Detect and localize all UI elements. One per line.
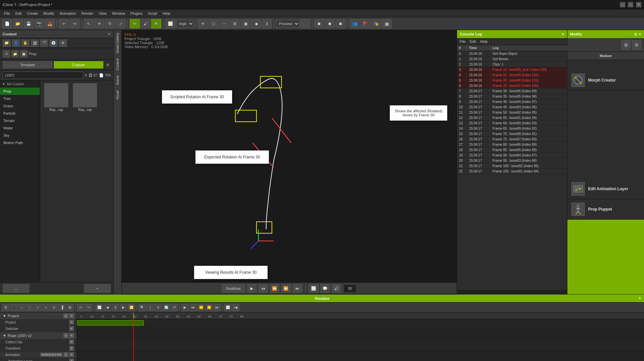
menu-item-render[interactable]: Render — [79, 11, 96, 16]
timeline-close-icon[interactable]: ✕ — [638, 296, 641, 300]
sub-close-transform[interactable]: ✕ — [69, 346, 74, 351]
scale-button[interactable]: ⤢ — [116, 19, 126, 28]
track-lock-rope[interactable]: ⊙ — [64, 333, 68, 338]
modify-close-icon[interactable]: ✕ — [638, 32, 641, 36]
play-button[interactable]: ▶ — [247, 284, 257, 293]
new-button[interactable]: 📄 — [2, 19, 12, 28]
tl-btn-10[interactable]: ↪ — [85, 304, 92, 311]
track-lock-project[interactable]: ⊙ — [64, 314, 68, 318]
grid-item-1[interactable]: Rop...rop — [72, 83, 98, 112]
console-row-13[interactable]: 13 15:04:17 Frame 60 : bone90 (Index 93) — [457, 121, 567, 126]
tl-btn-12[interactable]: ◀ — [104, 304, 111, 311]
sub-close-project[interactable]: ✕ — [69, 320, 74, 325]
menu-item-script[interactable]: Script — [145, 11, 160, 16]
template-tab[interactable]: Template — [3, 61, 53, 69]
tl-end-mark[interactable]: |◀ — [232, 304, 240, 311]
console-menu-edit[interactable]: Edit — [470, 39, 476, 43]
modify-icon-gear[interactable]: ⚙ — [632, 40, 641, 49]
track-close-rope[interactable]: ✕ — [69, 333, 74, 338]
console-row-2[interactable]: 2 15:04:16 Clips: 1 — [457, 62, 567, 67]
console-row-12[interactable]: 12 15:04:17 Frame 55 : bone91 (Index 94) — [457, 115, 567, 121]
close-button[interactable]: ✕ — [636, 2, 641, 7]
console-row-15[interactable]: 15 15:04:17 Frame 70 : bone88 (Index 91) — [457, 131, 567, 137]
tl-next[interactable]: ⏭ — [213, 304, 221, 311]
tl-rwnd[interactable]: ⏪ — [197, 304, 205, 311]
maximize-button[interactable]: □ — [628, 2, 633, 7]
next-frame-button[interactable]: ⏭ — [293, 284, 302, 293]
playback-opt2[interactable]: 💬 — [320, 284, 330, 293]
eye-button[interactable]: 👁 — [151, 19, 161, 28]
console-row-9[interactable]: 9 15:04:17 Frame 40 : bone94 (Index 97) — [457, 99, 567, 105]
rotate-button[interactable]: ↻ — [105, 19, 115, 28]
rewind-button[interactable]: ⏪ — [270, 284, 279, 293]
nav-back-button[interactable]: ↺ — [3, 50, 10, 57]
menu-item-animation[interactable]: Animation — [57, 11, 79, 16]
content-tab-image[interactable]: 🖼 — [31, 39, 39, 47]
content-tab-gear[interactable]: ⚙ — [59, 39, 67, 47]
select-button[interactable]: ↖ — [84, 19, 94, 28]
record-btn1[interactable]: ⏺ — [314, 19, 324, 28]
menu-item-create[interactable]: Create — [24, 11, 41, 16]
menu-item-view[interactable]: View — [96, 11, 109, 16]
tl-pause-btn2[interactable]: ⏸ — [155, 304, 162, 311]
menu-item-plugins[interactable]: Plugins — [128, 11, 145, 16]
nav-folder-button[interactable]: 📁 — [11, 50, 19, 57]
redo-button[interactable]: ↪ — [70, 19, 80, 28]
console-row-20[interactable]: 20 15:04:17 Frame 95 : bone83 (Index 86) — [457, 158, 567, 163]
sun-button[interactable]: ☀ — [198, 19, 208, 28]
console-row-22[interactable]: 22 15:04:17 Frame 105 : bone81 (Index 84… — [457, 169, 567, 174]
modify-item-edit-anim[interactable]: Edit Animation Layer — [567, 179, 644, 199]
screenshot-button[interactable]: 📷 — [34, 19, 44, 28]
console-row-7[interactable]: 7 15:04:17 Frame 30 : bone96 (Index 99) — [457, 89, 567, 94]
visual-tab[interactable]: Visual — [114, 88, 121, 102]
console-menu-help[interactable]: Help — [480, 39, 488, 43]
puppet-btn1[interactable]: 👥 — [350, 19, 360, 28]
smart-gallery-tab[interactable]: Smart Gallery — [114, 30, 121, 56]
record-btn2[interactable]: ⏺ — [325, 19, 335, 28]
console-scrollbar[interactable] — [457, 290, 567, 294]
modify-icon-grid[interactable]: ⊞ — [621, 40, 631, 49]
console-row-14[interactable]: 14 15:04:17 Frame 65 : bone89 (Index 92) — [457, 126, 567, 131]
puppet-btn3[interactable]: 🤖 — [382, 19, 392, 28]
content-tab-movie[interactable]: 🎬 — [40, 39, 48, 47]
tl-btn-9[interactable]: ↩ — [77, 304, 84, 311]
console-row-19[interactable]: 19 15:04:17 Frame 90 : bone84 (Index 87) — [457, 153, 567, 158]
track-header-rope[interactable]: ▼ Rope (100') v2 ⊙ ✕ — [0, 332, 77, 339]
timeline-tracks[interactable]: 5 10 15 20 25 30 35 40 45 50 55 60 65 70… — [77, 313, 644, 361]
custom-tab[interactable]: Custom — [54, 61, 104, 69]
category-item-motion-path[interactable]: Motion Path — [0, 139, 40, 146]
tl-btn-6[interactable]: ⊙ — [50, 304, 58, 311]
tl-btn-13[interactable]: ⏸ — [112, 304, 119, 311]
console-row-5[interactable]: 5 15:04:16 Frame 20 : bone98 (Index 101) — [457, 78, 567, 83]
menu-item-help[interactable]: Help — [160, 11, 173, 16]
camera-button[interactable]: 🎥 — [300, 19, 310, 28]
sub-close-switcher[interactable]: ✕ — [69, 326, 74, 331]
export-button[interactable]: 📤 — [45, 19, 55, 28]
tl-btn-14[interactable]: ▶ — [120, 304, 127, 311]
scene-tab[interactable]: Scene — [114, 73, 121, 88]
content-tab-folder[interactable]: 📁 — [3, 39, 11, 47]
sub-close-anim-layer[interactable]: ✕ — [69, 359, 74, 361]
console-row-0[interactable]: 0 15:04:16 Get Rope Object — [457, 51, 567, 56]
tl-btn-2[interactable]: ↔ — [18, 304, 25, 311]
category-item-water[interactable]: Water — [0, 124, 40, 132]
clear-icon[interactable]: ✕ — [84, 73, 87, 78]
category-item-terrain[interactable]: Terrain — [0, 117, 40, 124]
tl-loop-btn2[interactable]: ↺ — [171, 304, 178, 311]
modify-item-prop-puppet[interactable]: Prop Puppet — [567, 199, 644, 220]
tl-btn-8[interactable]: ⊞ — [66, 304, 74, 311]
category-item-sky[interactable]: Sky — [0, 132, 40, 139]
console-row-6[interactable]: 6 15:04:16 Frame 25 : bone97 (Index 100) — [457, 83, 567, 89]
category-item-prop[interactable]: Prop — [0, 88, 40, 95]
tl-btn-1[interactable]: ⬛ — [10, 304, 17, 311]
save-button[interactable]: 💾 — [23, 19, 33, 28]
shape-button[interactable]: ◆ — [251, 19, 261, 28]
console-close-icon[interactable]: ✕ — [561, 32, 564, 36]
console-menu-file[interactable]: File — [460, 39, 466, 43]
flag-button[interactable]: 🚩 — [360, 19, 370, 28]
forward-button[interactable]: ⏩ — [281, 284, 291, 293]
console-row-16[interactable]: 16 15:04:17 Frame 75 : bone87 (Index 90) — [457, 137, 567, 142]
console-row-17[interactable]: 17 15:04:17 Frame 80 : bone86 (Index 89) — [457, 142, 567, 147]
modify-icon1[interactable]: ⊞ — [634, 32, 637, 36]
tl-play2[interactable]: ▶ — [181, 304, 189, 311]
